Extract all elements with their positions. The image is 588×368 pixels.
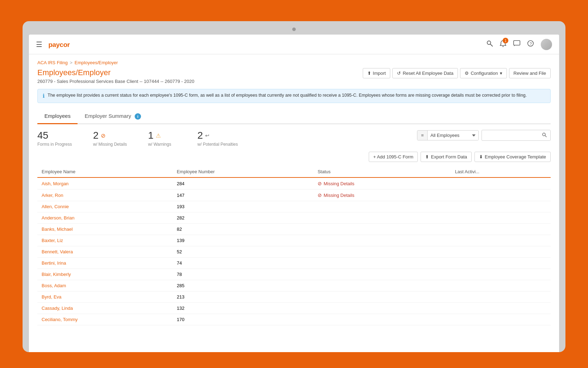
employee-last-activity-cell	[451, 212, 551, 224]
table-row: Bertini, Irina74	[37, 258, 551, 269]
reset-button[interactable]: ↺ Reset All Employee Data	[392, 68, 458, 78]
employee-name-link[interactable]: Byrd, Eva	[42, 294, 61, 300]
employee-name-cell: Anderson, Brian	[37, 212, 172, 224]
employee-name-link[interactable]: Arker, Ron	[42, 193, 63, 198]
stat-missing-details: 2 ⊘ w/ Missing Details	[93, 130, 127, 147]
employee-status-cell	[313, 280, 451, 291]
filter-select[interactable]: All Employees Missing Details Warnings P…	[428, 131, 478, 140]
missing-details-status-icon: ⊘	[318, 192, 322, 198]
employee-last-activity-cell	[451, 224, 551, 235]
employee-status-cell	[313, 212, 451, 224]
employee-name-link[interactable]: Anderson, Brian	[42, 215, 74, 221]
missing-details-icon: ⊘	[101, 132, 105, 139]
export-form-data-button[interactable]: ⬆ Export Form Data	[421, 152, 472, 162]
employee-number-cell: 132	[172, 303, 313, 314]
navbar: ☰ paycor 1 ?	[29, 35, 559, 54]
table-row: Anderson, Brian282	[37, 212, 551, 224]
employee-name-link[interactable]: Baxter, Liz	[42, 238, 63, 243]
status-label: Missing Details	[324, 181, 354, 186]
table-row: Arker, Ron147⊘Missing Details	[37, 189, 551, 201]
employee-number-cell: 139	[172, 235, 313, 246]
table-row: Ceciliano, Tommy170	[37, 314, 551, 325]
employee-last-activity-cell	[451, 291, 551, 303]
employee-number-cell: 170	[172, 314, 313, 325]
import-icon: ⬆	[367, 71, 371, 76]
employee-name-link[interactable]: Blair, Kimberly	[42, 272, 71, 277]
chat-icon[interactable]	[513, 40, 520, 48]
employee-name-cell: Aish, Morgan	[37, 177, 172, 189]
review-button[interactable]: Review and File	[509, 68, 551, 78]
stat-label-warnings: w/ Warnings	[148, 142, 176, 147]
camera	[292, 28, 296, 31]
header-actions: ⬆ Import ↺ Reset All Employee Data ⚙ Con…	[363, 68, 551, 78]
employee-name-link[interactable]: Banks, Michael	[42, 227, 73, 232]
table-header-row: Employee Name Employee Number Status Las…	[37, 166, 551, 177]
employee-name-link[interactable]: Boss, Adam	[42, 283, 66, 288]
employee-number-cell: 213	[172, 291, 313, 303]
employee-table: Employee Name Employee Number Status Las…	[37, 166, 551, 325]
breadcrumb-parent[interactable]: ACA IRS Filing	[37, 60, 68, 65]
employee-last-activity-cell	[451, 269, 551, 280]
employee-name-cell: Cassady, Linda	[37, 303, 172, 314]
stat-number-warnings: 1 ⚠	[148, 130, 176, 141]
employee-name-link[interactable]: Allen, Connie	[42, 204, 69, 209]
employer-summary-info-icon: i	[135, 113, 141, 120]
stats-left: 45 Forms in Progress 2 ⊘ w/ Missing Deta…	[37, 130, 238, 147]
export-label: Export Form Data	[431, 154, 467, 159]
employee-name-link[interactable]: Cassady, Linda	[42, 306, 73, 311]
tab-employees[interactable]: Employees	[37, 109, 78, 124]
help-icon[interactable]: ?	[527, 40, 534, 48]
employee-number-cell: 52	[172, 246, 313, 258]
main-content: ACA IRS Filing > Employees/Employer Empl…	[29, 54, 559, 331]
breadcrumb: ACA IRS Filing > Employees/Employer	[37, 60, 551, 65]
employee-status-cell	[313, 235, 451, 246]
page-title: Employees/Employer	[37, 68, 194, 77]
employee-name-link[interactable]: Ceciliano, Tommy	[42, 317, 78, 322]
import-button[interactable]: ⬆ Import	[363, 68, 391, 78]
employee-coverage-button[interactable]: ⬇ Employee Coverage Template	[474, 152, 551, 162]
stat-number-missing: 2 ⊘	[93, 130, 127, 141]
add-form-button[interactable]: + Add 1095-C Form	[369, 152, 418, 162]
table-row: Blair, Kimberly78	[37, 269, 551, 280]
stats-right: ≡ All Employees Missing Details Warnings…	[417, 130, 551, 141]
configuration-button[interactable]: ⚙ Configuration ▾	[460, 68, 507, 78]
search-group	[482, 130, 551, 141]
search-button[interactable]	[538, 130, 550, 140]
action-row: + Add 1095-C Form ⬆ Export Form Data ⬇ E…	[37, 152, 551, 162]
stat-number-penalties: 2 ↩	[197, 130, 238, 141]
employee-status-cell	[313, 258, 451, 269]
avatar[interactable]	[541, 39, 552, 50]
employee-status-cell	[313, 303, 451, 314]
notification-icon[interactable]: 1	[500, 40, 506, 49]
employee-last-activity-cell	[451, 246, 551, 258]
export-icon: ⬆	[425, 154, 429, 159]
employee-last-activity-cell	[451, 303, 551, 314]
employee-name-cell: Allen, Connie	[37, 201, 172, 212]
svg-point-7	[543, 133, 545, 136]
hamburger-menu[interactable]: ☰	[36, 40, 42, 49]
table-row: Bennett, Valera52	[37, 246, 551, 258]
employee-status-cell	[313, 291, 451, 303]
employee-status-cell	[313, 224, 451, 235]
config-chevron-icon: ▾	[500, 71, 502, 76]
svg-rect-4	[514, 41, 520, 45]
tabs: Employees Employer Summary i	[37, 109, 551, 124]
employee-last-activity-cell	[451, 235, 551, 246]
filter-icon[interactable]: ≡	[417, 131, 428, 140]
page-header: Employees/Employer 260779 - Sales Profes…	[37, 68, 551, 84]
employee-name-link[interactable]: Aish, Morgan	[42, 181, 69, 186]
search-input[interactable]	[482, 131, 538, 140]
employee-name-link[interactable]: Bertini, Irina	[42, 260, 66, 266]
employee-name-cell: Baxter, Liz	[37, 235, 172, 246]
employee-name-cell: Bertini, Irina	[37, 258, 172, 269]
paycor-logo-svg: paycor	[48, 40, 80, 49]
warnings-icon: ⚠	[156, 132, 161, 139]
search-icon[interactable]	[486, 40, 493, 48]
employee-name-cell: Byrd, Eva	[37, 291, 172, 303]
employee-name-link[interactable]: Bennett, Valera	[42, 249, 73, 254]
table-row: Cassady, Linda132	[37, 303, 551, 314]
info-icon: ℹ	[43, 93, 45, 99]
svg-text:paycor: paycor	[48, 41, 70, 48]
tab-employer-summary[interactable]: Employer Summary i	[78, 109, 148, 124]
table-row: Banks, Michael82	[37, 224, 551, 235]
